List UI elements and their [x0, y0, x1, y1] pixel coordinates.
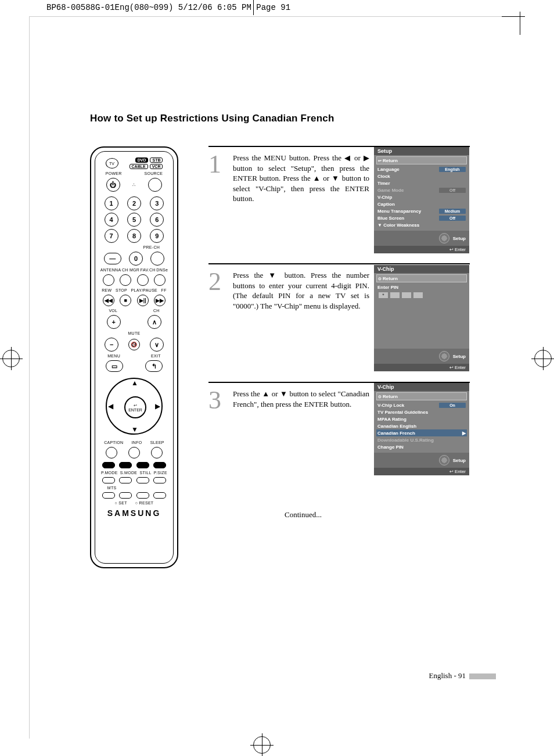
- osd-setup-menu: Setup ↩Return LanguageEnglishClockTimerG…: [374, 147, 469, 253]
- color-pill-2: [119, 462, 132, 468]
- gear-icon: [439, 233, 449, 243]
- crop-mark-tr-v: [520, 12, 520, 35]
- osd3-footer: Setup: [374, 453, 469, 468]
- osd1-row: Game ModeOff: [376, 187, 467, 194]
- sleep-button: [151, 447, 163, 458]
- pin-box-1: *: [379, 292, 388, 298]
- osd3-return: ⊙Return: [376, 392, 467, 400]
- remote-vcr-chip: VCR: [150, 164, 163, 169]
- digit-6: 6: [150, 213, 164, 227]
- prech-label: PRE-CH: [143, 245, 160, 249]
- registration-mark-right: [534, 350, 552, 367]
- osd3-enter-hint: ↩ Enter: [374, 468, 469, 475]
- osd3-row: Canadian French▶: [376, 429, 467, 436]
- digit-9: 9: [150, 229, 164, 243]
- dnse-button: [154, 274, 166, 286]
- antenna-label: ANTENNA: [100, 268, 121, 272]
- ff-label: FF: [161, 288, 167, 292]
- vol-label: VOL: [109, 309, 117, 313]
- osd3-row: V-Chip LockOn: [376, 402, 467, 409]
- osd2-return: ⊙Return: [376, 274, 467, 282]
- dpad-left-icon: ◀: [108, 402, 113, 410]
- mute-button: 🔇: [128, 339, 140, 350]
- prech-button: [150, 252, 164, 266]
- smode-label: S.MODE: [120, 471, 137, 475]
- psize-button: [153, 477, 166, 483]
- page-title: How to Set up Restrictions Using Canadia…: [90, 113, 334, 123]
- extra-button-1: [119, 492, 132, 499]
- color-pill-1: [102, 462, 115, 468]
- extra-button-2: [136, 492, 149, 499]
- step-3-text: Press the ▲ or ▼ button to select "Canad…: [233, 389, 369, 409]
- osd2-footer: Setup: [374, 349, 469, 364]
- antenna-button: [103, 274, 114, 286]
- osd3-row: MPAA Rating: [376, 415, 467, 422]
- menu-label: MENU: [107, 354, 120, 358]
- registration-mark-left: [2, 350, 20, 367]
- osd1-more: ▼ Color Weakness: [376, 221, 467, 228]
- digit-4: 4: [105, 213, 118, 227]
- continued-label: Continued...: [285, 510, 322, 519]
- pmode-button: [102, 477, 115, 483]
- still-label: STILL: [139, 471, 151, 475]
- remote-stb-chip: STB: [150, 157, 163, 163]
- osd3-row: Canadian English: [376, 422, 467, 429]
- psize-label: P.SIZE: [154, 471, 167, 475]
- dpad-up-icon: ▲: [131, 379, 138, 387]
- source-label: SOURCE: [145, 171, 163, 175]
- digit-2: 2: [127, 196, 141, 210]
- pmode-label: P.MODE: [101, 471, 118, 475]
- favch-button: [137, 274, 149, 286]
- exit-label: EXIT: [151, 354, 161, 358]
- dash-button: —: [104, 253, 121, 264]
- ff-button: ▶▶: [154, 295, 166, 306]
- dnse-label: DNSe: [156, 268, 168, 272]
- dpad-right-icon: ▶: [155, 402, 160, 410]
- stop-button: ■: [120, 295, 131, 306]
- chmgr-label: CH MGR: [122, 268, 139, 272]
- page-footer: English - 91: [429, 671, 496, 680]
- ch-down-button: ∨: [150, 338, 164, 352]
- pin-box-2: [390, 292, 400, 298]
- osd2-enter-pin-label: Enter PIN: [376, 284, 467, 291]
- still-button: [136, 477, 149, 483]
- step-2-text: Press the ▼ button. Press the number but…: [233, 270, 369, 311]
- digit-7: 7: [105, 229, 118, 243]
- power-label: POWER: [106, 171, 122, 175]
- digit-5: 5: [127, 213, 141, 227]
- menu-button: ▭: [106, 360, 123, 372]
- ch-label: CH: [153, 309, 160, 313]
- gear-icon: [439, 351, 449, 361]
- smode-button: [119, 477, 132, 483]
- remote-cable-chip: CABLE: [129, 164, 148, 169]
- crop-mark-tr-h: [502, 16, 525, 17]
- osd3-row: TV Parental Guidelines: [376, 409, 467, 415]
- osd1-row: Caption: [376, 200, 467, 207]
- set-label: ○ SET: [115, 501, 127, 505]
- osd1-row: Timer: [376, 180, 467, 187]
- remote-dvd-chip: DVD: [135, 157, 149, 163]
- mute-label: MUTE: [128, 331, 140, 335]
- color-pill-4: [153, 462, 166, 468]
- vol-down-button: −: [105, 338, 118, 352]
- remote-tv-button: TV: [106, 158, 118, 169]
- page-margin-top: [29, 16, 519, 17]
- osd-vchip-pin: V-Chip ⊙Return Enter PIN * Setup ↩ Enter: [374, 265, 469, 370]
- step-1-text: Press the MENU button. Press the ◀ or ▶ …: [233, 153, 369, 204]
- osd1-row: Blue ScreenOff: [376, 214, 467, 221]
- digit-8: 8: [127, 229, 141, 243]
- digit-0: 0: [129, 252, 143, 266]
- ch-up-button: ∧: [148, 315, 161, 329]
- info-button: [128, 447, 140, 458]
- osd1-footer: Setup: [374, 231, 469, 246]
- digit-3: 3: [150, 196, 164, 210]
- stop-label: STOP: [116, 288, 127, 292]
- osd2-enter-hint: ↩ Enter: [374, 364, 469, 371]
- mts-button: [102, 492, 115, 499]
- info-label: INFO: [132, 440, 142, 445]
- remote-illustration: TV DVD STB CABLE VCR POWERSOURCE ⏻ ∴: [90, 146, 178, 568]
- caption-button: [106, 447, 117, 458]
- osd3-title: V-Chip: [374, 383, 469, 391]
- osd1-row: LanguageEnglish: [376, 166, 467, 173]
- color-pill-3: [136, 462, 149, 468]
